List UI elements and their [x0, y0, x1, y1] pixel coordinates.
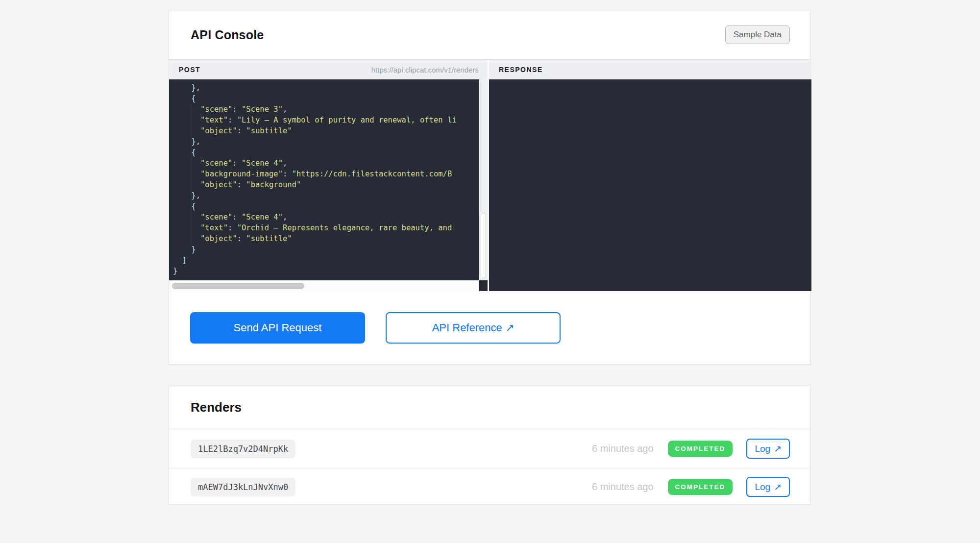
- http-method-label: POST: [179, 66, 200, 74]
- log-button-label: Log: [755, 482, 770, 493]
- response-label: RESPONSE: [499, 66, 543, 74]
- editor-vertical-scrollbar[interactable]: [479, 79, 488, 280]
- api-reference-button[interactable]: API Reference ↗: [386, 312, 561, 344]
- render-row: mAEW7dJ3kLnJNvXnw0 6 minutes ago COMPLET…: [169, 468, 810, 505]
- renders-header: Renders: [169, 386, 810, 429]
- endpoint-url: https://api.clipcat.com/v1/renders: [371, 66, 479, 74]
- response-panel: RESPONSE: [489, 60, 811, 291]
- render-id: mAEW7dJ3kLnJNvXnw0: [191, 478, 295, 496]
- log-button[interactable]: Log ↗: [746, 477, 790, 497]
- send-api-request-button[interactable]: Send API Request: [190, 312, 365, 344]
- render-row: 1LE2lBzq7v2D4NrpKk 6 minutes ago COMPLET…: [169, 429, 810, 468]
- api-console-card: API Console Sample Data POST https://api…: [169, 10, 811, 365]
- request-panel-bar: POST https://api.clipcat.com/v1/renders: [169, 60, 488, 79]
- scrollbar-corner: [479, 280, 488, 291]
- request-response-panels: POST https://api.clipcat.com/v1/renders …: [169, 59, 810, 291]
- editor-horizontal-scrollbar[interactable]: [169, 280, 479, 291]
- renders-card: Renders 1LE2lBzq7v2D4NrpKk 6 minutes ago…: [169, 386, 811, 505]
- render-timestamp: 6 minutes ago: [592, 481, 654, 493]
- indent-guide: [191, 104, 192, 245]
- api-reference-label: API Reference: [432, 321, 502, 334]
- api-console-header: API Console Sample Data: [169, 10, 810, 59]
- horizontal-scrollbar-thumb[interactable]: [172, 283, 304, 289]
- status-badge: COMPLETED: [668, 441, 733, 457]
- response-body: [489, 79, 811, 291]
- external-link-icon: ↗: [774, 443, 782, 454]
- log-button-label: Log: [755, 444, 770, 454]
- request-body-editor[interactable]: }, { "scene": "Scene 3", "text": "Lily —…: [169, 79, 488, 280]
- page-title: API Console: [191, 28, 264, 42]
- vertical-scrollbar-thumb[interactable]: [481, 213, 486, 278]
- external-link-icon: ↗: [774, 481, 782, 493]
- request-json-code: }, { "scene": "Scene 3", "text": "Lily —…: [169, 79, 488, 276]
- render-id: 1LE2lBzq7v2D4NrpKk: [191, 440, 295, 458]
- status-badge: COMPLETED: [668, 479, 733, 495]
- console-actions: Send API Request API Reference ↗: [169, 291, 810, 365]
- request-panel: POST https://api.clipcat.com/v1/renders …: [169, 60, 488, 291]
- renders-title: Renders: [191, 400, 242, 415]
- render-timestamp: 6 minutes ago: [592, 443, 654, 454]
- external-link-icon: ↗: [505, 321, 514, 334]
- response-panel-bar: RESPONSE: [489, 60, 811, 79]
- sample-data-button[interactable]: Sample Data: [725, 25, 790, 44]
- log-button[interactable]: Log ↗: [746, 439, 790, 459]
